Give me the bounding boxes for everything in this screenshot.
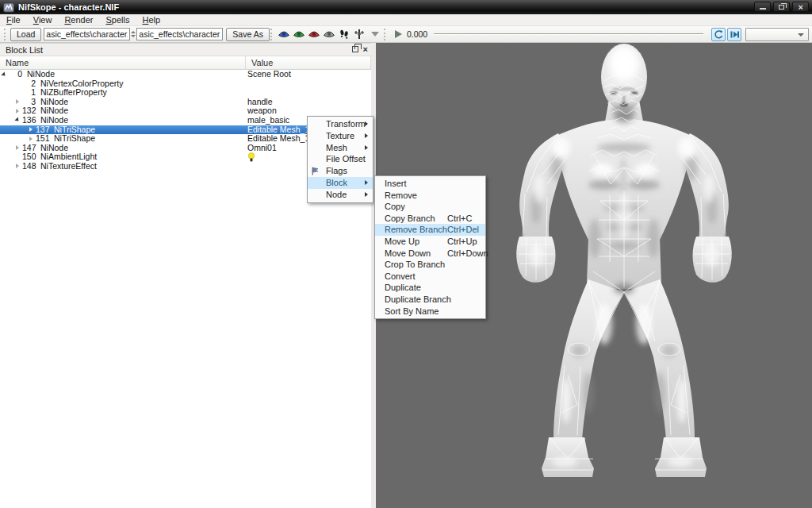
view-toggle-red-eye-icon[interactable] <box>307 28 322 41</box>
menu-item-label: Duplicate <box>385 283 421 292</box>
block-value: Editable Mesh_1 <box>247 134 309 144</box>
submenu-arrow-icon <box>365 180 368 185</box>
submenu-item-remove[interactable]: Remove <box>375 190 485 202</box>
expand-arrow-icon[interactable] <box>16 164 19 168</box>
restore-button[interactable] <box>773 2 790 12</box>
panel-title-bar[interactable]: Block List × <box>0 44 371 56</box>
menu-item-label: Move Down <box>385 248 431 258</box>
context-menu-item-texture[interactable]: Texture <box>308 130 373 142</box>
submenu-item-copy-branch[interactable]: Copy BranchCtrl+C <box>375 213 485 225</box>
minimize-button[interactable] <box>754 2 771 12</box>
view-toggle-gray-eye-icon[interactable] <box>322 28 337 41</box>
file-swap-spinner[interactable] <box>130 29 136 40</box>
float-panel-icon[interactable] <box>352 46 358 52</box>
menu-spells[interactable]: Spells <box>100 14 136 26</box>
menu-item-label: Node <box>326 190 347 199</box>
expand-arrow-icon[interactable] <box>29 127 33 132</box>
loop-animation-button[interactable] <box>711 28 726 41</box>
load-button[interactable]: Load <box>10 28 41 41</box>
menu-render[interactable]: Render <box>58 14 99 26</box>
submenu-arrow-icon <box>365 145 368 150</box>
submenu-item-insert[interactable]: Insert <box>375 178 485 190</box>
column-header-name[interactable]: Name <box>0 56 246 70</box>
submenu-item-remove-branch[interactable]: Remove BranchCtrl+Del <box>375 224 485 236</box>
submenu-item-move-down[interactable]: Move DownCtrl+Down <box>375 248 485 260</box>
time-value: 0.000 <box>407 29 427 39</box>
block-list-panel: Block List × Name Value 0NiNodeScene Roo… <box>0 43 371 508</box>
toolbar-grip[interactable] <box>4 29 7 40</box>
block-value: Omni01 <box>247 144 277 153</box>
menu-item-shortcut: Ctrl+Up <box>447 236 477 248</box>
view-toggle-green-eye-icon[interactable] <box>292 28 307 41</box>
menu-item-shortcut: Ctrl+Down <box>447 248 488 260</box>
menu-item-label: Texture <box>326 131 354 140</box>
submenu-item-copy[interactable]: Copy <box>375 201 485 213</box>
app-window: NifSkope - character.NIF × FileViewRende… <box>0 0 812 508</box>
close-button[interactable]: × <box>792 2 809 12</box>
transform-slider-icon[interactable] <box>352 28 367 41</box>
menu-item-label: Copy Branch <box>385 214 435 223</box>
panel-title: Block List <box>6 45 43 55</box>
submenu-item-duplicate-branch[interactable]: Duplicate Branch <box>375 294 485 306</box>
menu-help[interactable]: Help <box>136 14 167 26</box>
menu-item-label: Remove Branch <box>385 225 447 234</box>
block-number: 151 <box>36 134 49 144</box>
toolbar-overflow-icon[interactable] <box>371 32 379 37</box>
context-menu-item-mesh[interactable]: Mesh <box>308 142 373 154</box>
context-menu-item-node[interactable]: Node <box>308 189 373 201</box>
menu-item-label: Sort By Name <box>385 306 439 316</box>
context-menu: TransformTextureMeshFile OffsetFlagsBloc… <box>307 116 373 203</box>
menu-item-shortcut: Ctrl+Del <box>447 224 479 236</box>
menu-item-label: Flags <box>326 166 347 175</box>
target-file-input[interactable] <box>136 28 223 40</box>
block-number: 0 <box>9 70 22 79</box>
menu-item-label: File Offset <box>326 154 366 164</box>
expand-arrow-icon[interactable] <box>29 137 33 141</box>
toolbar-grip[interactable] <box>270 29 274 40</box>
column-header-value[interactable]: Value <box>246 56 371 70</box>
submenu-item-duplicate[interactable]: Duplicate <box>375 282 485 294</box>
menu-item-label: Crop To Branch <box>385 260 445 269</box>
block-submenu: InsertRemoveCopyCopy BranchCtrl+CRemove … <box>374 175 486 319</box>
save-as-button[interactable]: Save As <box>226 28 270 41</box>
view-toggle-blue-eye-icon[interactable] <box>277 28 292 41</box>
expand-arrow-icon[interactable] <box>16 109 19 114</box>
tree-header: Name Value <box>0 56 371 70</box>
submenu-item-sort-by-name[interactable]: Sort By Name <box>375 306 485 318</box>
window-controls: × <box>754 2 809 12</box>
submenu-arrow-icon <box>365 192 368 197</box>
source-file-input[interactable] <box>44 28 130 40</box>
block-number: 136 <box>22 116 36 125</box>
context-menu-item-file-offset[interactable]: File Offset <box>308 153 373 165</box>
footprints-icon[interactable] <box>337 28 352 41</box>
submenu-item-move-up[interactable]: Move UpCtrl+Up <box>375 236 485 248</box>
toolbar: Load Save As 0.000 <box>0 26 812 43</box>
block-type: NiTextureEffect <box>40 162 97 171</box>
collapse-arrow-icon[interactable] <box>14 117 20 123</box>
expand-arrow-icon[interactable] <box>16 145 19 150</box>
menu-item-label: Copy <box>385 202 405 211</box>
expand-arrow-icon[interactable] <box>16 99 19 104</box>
toolbar-grip[interactable] <box>384 29 387 40</box>
menu-file[interactable]: File <box>0 14 27 26</box>
time-slider[interactable] <box>434 33 703 35</box>
context-menu-item-block[interactable]: Block <box>308 177 373 189</box>
play-button[interactable] <box>395 30 402 38</box>
submenu-item-crop-to-branch[interactable]: Crop To Branch <box>375 259 485 271</box>
menu-item-label: Move Up <box>385 237 419 246</box>
menu-item-label: Insert <box>385 179 407 188</box>
menu-item-label: Duplicate Branch <box>385 294 451 304</box>
close-panel-icon[interactable]: × <box>363 45 368 53</box>
tree-row-0-ninode[interactable]: 0NiNodeScene Root <box>0 70 371 79</box>
submenu-item-convert[interactable]: Convert <box>375 271 485 283</box>
collapse-arrow-icon[interactable] <box>1 71 6 77</box>
switch-animation-button[interactable] <box>727 28 741 41</box>
submenu-arrow-icon <box>365 133 368 138</box>
animation-combobox[interactable] <box>745 28 809 41</box>
title-bar: NifSkope - character.NIF × <box>0 0 812 14</box>
menu-view[interactable]: View <box>27 14 59 26</box>
context-menu-item-flags[interactable]: Flags <box>308 165 373 177</box>
context-menu-item-transform[interactable]: Transform <box>308 118 373 130</box>
block-number: 148 <box>22 162 36 171</box>
block-value: Scene Root <box>247 70 291 79</box>
